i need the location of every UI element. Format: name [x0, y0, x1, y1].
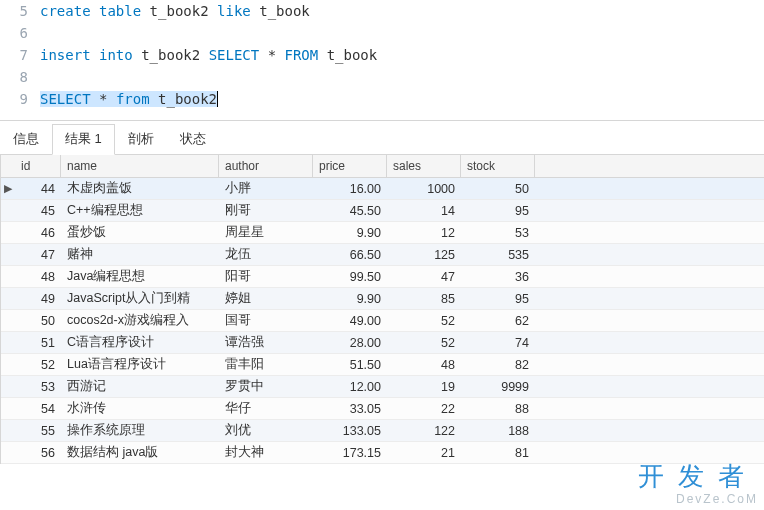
- table-row[interactable]: 51C语言程序设计谭浩强28.005274: [1, 332, 764, 354]
- cell[interactable]: 95: [461, 290, 535, 308]
- cell[interactable]: 36: [461, 268, 535, 286]
- cell[interactable]: 55: [15, 422, 61, 440]
- code-line[interactable]: 6: [0, 22, 764, 44]
- table-row[interactable]: 48Java编程思想阳哥99.504736: [1, 266, 764, 288]
- table-row[interactable]: 49JavaScript从入门到精婷姐9.908595: [1, 288, 764, 310]
- table-row[interactable]: 56数据结构 java版封大神173.152181: [1, 442, 764, 464]
- tab-2[interactable]: 剖析: [115, 124, 167, 155]
- cell[interactable]: 45.50: [313, 202, 387, 220]
- cell[interactable]: 48: [15, 268, 61, 286]
- col-id[interactable]: id: [15, 155, 61, 177]
- cell[interactable]: 49.00: [313, 312, 387, 330]
- code-line[interactable]: 9SELECT * from t_book2: [0, 88, 764, 110]
- cell[interactable]: 50: [461, 180, 535, 198]
- cell[interactable]: 188: [461, 422, 535, 440]
- cell[interactable]: 雷丰阳: [219, 354, 313, 375]
- cell[interactable]: 74: [461, 334, 535, 352]
- cell[interactable]: C语言程序设计: [61, 332, 219, 353]
- cell[interactable]: 罗贯中: [219, 376, 313, 397]
- cell[interactable]: 西游记: [61, 376, 219, 397]
- cell[interactable]: 66.50: [313, 246, 387, 264]
- cell[interactable]: 周星星: [219, 222, 313, 243]
- cell[interactable]: cocos2d-x游戏编程入: [61, 310, 219, 331]
- code-content[interactable]: insert into t_book2 SELECT * FROM t_book: [40, 44, 377, 66]
- cell[interactable]: 56: [15, 444, 61, 462]
- cell[interactable]: 阳哥: [219, 266, 313, 287]
- cell[interactable]: 53: [461, 224, 535, 242]
- cell[interactable]: 47: [15, 246, 61, 264]
- cell[interactable]: 33.05: [313, 400, 387, 418]
- cell[interactable]: 华仔: [219, 398, 313, 419]
- cell[interactable]: 1000: [387, 180, 461, 198]
- cell[interactable]: 51.50: [313, 356, 387, 374]
- cell[interactable]: 133.05: [313, 422, 387, 440]
- cell[interactable]: 12.00: [313, 378, 387, 396]
- table-row[interactable]: 50cocos2d-x游戏编程入国哥49.005262: [1, 310, 764, 332]
- sql-editor[interactable]: 5create table t_book2 like t_book67inser…: [0, 0, 764, 118]
- cell[interactable]: 88: [461, 400, 535, 418]
- cell[interactable]: Java编程思想: [61, 266, 219, 287]
- cell[interactable]: 水浒传: [61, 398, 219, 419]
- tab-0[interactable]: 信息: [0, 124, 52, 155]
- code-line[interactable]: 7insert into t_book2 SELECT * FROM t_boo…: [0, 44, 764, 66]
- cell[interactable]: 操作系统原理: [61, 420, 219, 441]
- cell[interactable]: 谭浩强: [219, 332, 313, 353]
- cell[interactable]: 173.15: [313, 444, 387, 462]
- cell[interactable]: 125: [387, 246, 461, 264]
- cell[interactable]: 小胖: [219, 178, 313, 199]
- cell[interactable]: 封大神: [219, 442, 313, 463]
- cell[interactable]: 16.00: [313, 180, 387, 198]
- code-content[interactable]: create table t_book2 like t_book: [40, 0, 310, 22]
- cell[interactable]: C++编程思想: [61, 200, 219, 221]
- cell[interactable]: 刚哥: [219, 200, 313, 221]
- table-row[interactable]: 54水浒传华仔33.052288: [1, 398, 764, 420]
- cell[interactable]: 28.00: [313, 334, 387, 352]
- cell[interactable]: 52: [387, 312, 461, 330]
- cell[interactable]: 50: [15, 312, 61, 330]
- cell[interactable]: 535: [461, 246, 535, 264]
- col-author[interactable]: author: [219, 155, 313, 177]
- cell[interactable]: 蛋炒饭: [61, 222, 219, 243]
- col-name[interactable]: name: [61, 155, 219, 177]
- cell[interactable]: 81: [461, 444, 535, 462]
- cell[interactable]: 婷姐: [219, 288, 313, 309]
- cell[interactable]: 82: [461, 356, 535, 374]
- table-row[interactable]: 46蛋炒饭周星星9.901253: [1, 222, 764, 244]
- table-row[interactable]: 45C++编程思想刚哥45.501495: [1, 200, 764, 222]
- cell[interactable]: 19: [387, 378, 461, 396]
- col-stock[interactable]: stock: [461, 155, 535, 177]
- cell[interactable]: 木虚肉盖饭: [61, 178, 219, 199]
- cell[interactable]: 44: [15, 180, 61, 198]
- cell[interactable]: 47: [387, 268, 461, 286]
- cell[interactable]: 54: [15, 400, 61, 418]
- table-row[interactable]: 52Lua语言程序设计雷丰阳51.504882: [1, 354, 764, 376]
- code-content[interactable]: SELECT * from t_book2: [40, 88, 218, 110]
- cell[interactable]: 22: [387, 400, 461, 418]
- cell[interactable]: JavaScript从入门到精: [61, 288, 219, 309]
- cell[interactable]: 85: [387, 290, 461, 308]
- cell[interactable]: 48: [387, 356, 461, 374]
- cell[interactable]: 122: [387, 422, 461, 440]
- code-line[interactable]: 5create table t_book2 like t_book: [0, 0, 764, 22]
- cell[interactable]: 99.50: [313, 268, 387, 286]
- cell[interactable]: 9.90: [313, 290, 387, 308]
- table-row[interactable]: 47赌神龙伍66.50125535: [1, 244, 764, 266]
- table-row[interactable]: 53西游记罗贯中12.00199999: [1, 376, 764, 398]
- cell[interactable]: 21: [387, 444, 461, 462]
- col-sales[interactable]: sales: [387, 155, 461, 177]
- cell[interactable]: 45: [15, 202, 61, 220]
- cell[interactable]: 龙伍: [219, 244, 313, 265]
- table-row[interactable]: 55操作系统原理刘优133.05122188: [1, 420, 764, 442]
- cell[interactable]: 数据结构 java版: [61, 442, 219, 463]
- cell[interactable]: 95: [461, 202, 535, 220]
- cell[interactable]: 62: [461, 312, 535, 330]
- cell[interactable]: 14: [387, 202, 461, 220]
- tab-3[interactable]: 状态: [167, 124, 219, 155]
- cell[interactable]: 国哥: [219, 310, 313, 331]
- table-row[interactable]: ▶44木虚肉盖饭小胖16.00100050: [1, 178, 764, 200]
- cell[interactable]: 46: [15, 224, 61, 242]
- cell[interactable]: 49: [15, 290, 61, 308]
- cell[interactable]: 刘优: [219, 420, 313, 441]
- cell[interactable]: 9999: [461, 378, 535, 396]
- cell[interactable]: 赌神: [61, 244, 219, 265]
